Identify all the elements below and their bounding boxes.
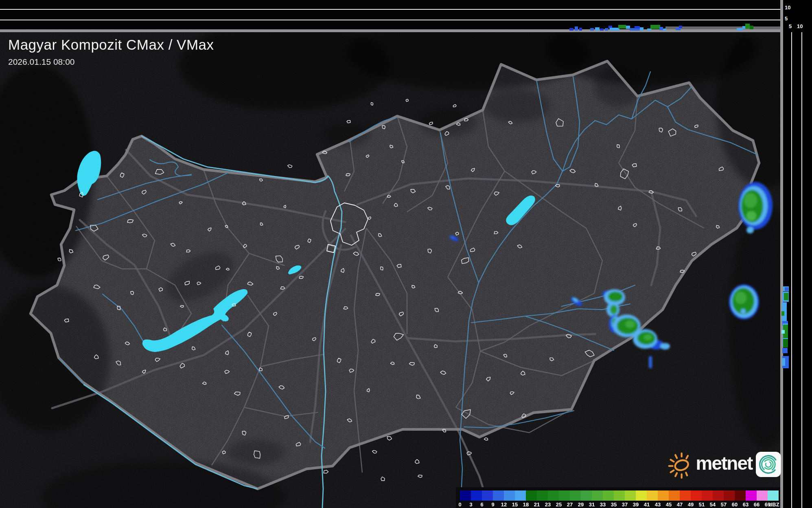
height-line-10km-v (801, 31, 802, 508)
right-height-panel (783, 32, 812, 508)
colorbar-unit: dBZ (769, 502, 779, 507)
reflectivity-colorbar: 0369121518212325272931333537394143454749… (456, 487, 780, 508)
top-scale-5: 5 (785, 16, 788, 21)
colorbar-labels: 0369121518212325272931333537394143454749… (460, 502, 777, 508)
right-scale-5: 5 (789, 24, 792, 29)
metnet-logo[interactable]: metnet (667, 447, 781, 482)
hillshade-grain (0, 0, 780, 508)
page-title: Magyar Kompozit CMax / VMax (8, 37, 214, 53)
radar-map[interactable] (0, 0, 780, 508)
top-scale-10: 10 (785, 5, 790, 10)
right-scale-10: 10 (797, 24, 803, 29)
height-line-10km (0, 9, 780, 10)
sun-icon (667, 449, 695, 480)
vertical-separator (780, 0, 783, 508)
logo-wordmark: metnet (696, 452, 752, 474)
height-line-5km-v (791, 31, 792, 508)
terrain-profile-band (665, 26, 780, 29)
height-line-5km (0, 20, 780, 20)
title-block: Magyar Kompozit CMax / VMax 2026.01.15 0… (8, 37, 214, 67)
timestamp: 2026.01.15 08:00 (8, 57, 214, 67)
colorbar-cells (460, 490, 779, 501)
radar-viewer: 10 5 5 10 Magyar Kompozit CMax / VMax 20… (0, 0, 812, 508)
top-height-panel (0, 0, 780, 29)
metnet-app-icon (755, 451, 781, 478)
